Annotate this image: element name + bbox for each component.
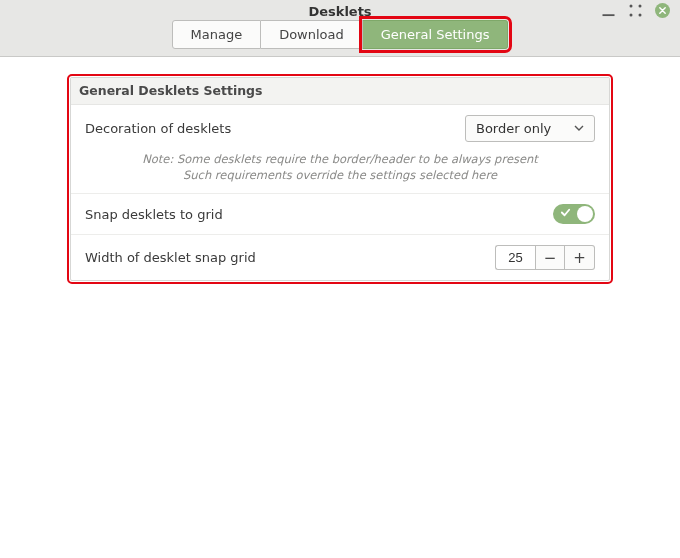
- svg-point-2: [639, 5, 642, 8]
- decoration-label: Decoration of desklets: [85, 121, 231, 136]
- snap-to-grid-label: Snap desklets to grid: [85, 207, 223, 222]
- grid-width-decrement-button[interactable]: −: [535, 245, 565, 270]
- grid-width-stepper: − +: [495, 245, 595, 270]
- tab-manage[interactable]: Manage: [172, 20, 262, 49]
- decoration-note-line1: Note: Some desklets require the border/h…: [85, 152, 595, 168]
- row-snap-to-grid: Snap desklets to grid: [71, 193, 609, 234]
- svg-point-4: [639, 14, 642, 17]
- decoration-dropdown[interactable]: Border only: [465, 115, 595, 142]
- window-controls: [601, 3, 670, 18]
- minimize-button[interactable]: [601, 3, 616, 18]
- grid-width-increment-button[interactable]: +: [565, 245, 595, 270]
- svg-point-1: [630, 5, 633, 8]
- decoration-note: Note: Some desklets require the border/h…: [71, 152, 609, 193]
- panel-title: General Desklets Settings: [71, 78, 609, 105]
- svg-rect-0: [603, 14, 615, 16]
- grid-width-input[interactable]: [495, 245, 535, 270]
- row-decoration: Decoration of desklets Border only: [71, 105, 609, 152]
- tab-general-settings[interactable]: General Settings: [363, 20, 509, 49]
- header-bar: Desklets Manage Download General Setting…: [0, 0, 680, 57]
- grid-width-label: Width of desklet snap grid: [85, 250, 256, 265]
- decoration-selected-value: Border only: [476, 121, 551, 136]
- tab-download[interactable]: Download: [261, 20, 363, 49]
- close-button[interactable]: [655, 3, 670, 18]
- general-desklets-settings-panel: General Desklets Settings Decoration of …: [70, 77, 610, 281]
- maximize-button[interactable]: [628, 3, 643, 18]
- switch-knob: [577, 206, 593, 222]
- row-grid-width: Width of desklet snap grid − +: [71, 234, 609, 280]
- chevron-down-icon: [574, 121, 584, 136]
- snap-to-grid-switch[interactable]: [553, 204, 595, 224]
- check-icon: [560, 207, 571, 218]
- window-title: Desklets: [0, 4, 680, 19]
- decoration-note-line2: Such requirements override the settings …: [85, 168, 595, 184]
- svg-point-3: [630, 14, 633, 17]
- content-area: General Desklets Settings Decoration of …: [0, 57, 680, 281]
- tab-bar: Manage Download General Settings: [0, 20, 680, 49]
